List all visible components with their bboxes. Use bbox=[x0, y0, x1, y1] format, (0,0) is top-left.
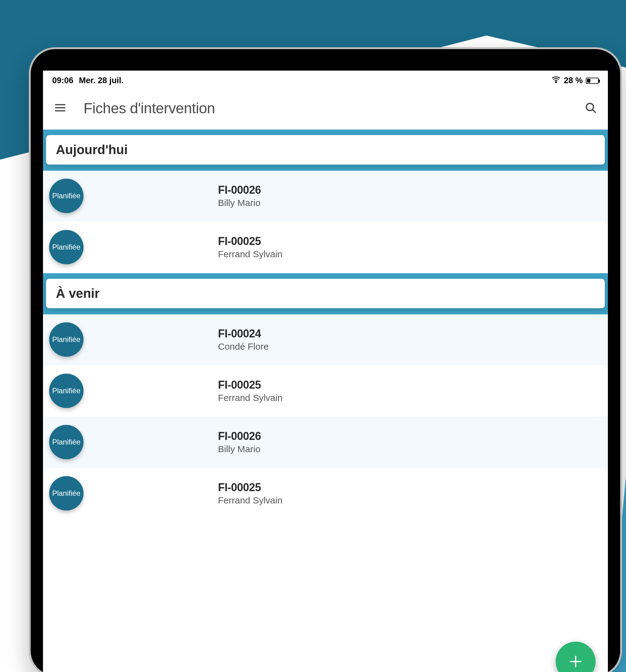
list-item[interactable]: Planifiée FI-00026 Billy Mario bbox=[43, 171, 608, 222]
item-id: FI-00024 bbox=[218, 327, 269, 340]
wifi-icon bbox=[551, 75, 561, 86]
status-time: 09:06 bbox=[52, 76, 73, 85]
list-upcoming: Planifiée FI-00024 Condé Flore Planifiée… bbox=[43, 314, 608, 520]
svg-point-0 bbox=[556, 82, 557, 83]
item-name: Condé Flore bbox=[218, 341, 269, 352]
screen: 09:06 Mer. 28 juil. 28 % bbox=[43, 71, 608, 672]
item-id: FI-00025 bbox=[218, 235, 283, 248]
list-item[interactable]: Planifiée FI-00026 Billy Mario bbox=[43, 417, 608, 468]
status-battery-text: 28 % bbox=[564, 76, 583, 85]
status-badge: Planifiée bbox=[49, 374, 83, 408]
status-bar: 09:06 Mer. 28 juil. 28 % bbox=[43, 71, 608, 91]
list-item[interactable]: Planifiée FI-00025 Ferrand Sylvain bbox=[43, 222, 608, 273]
status-badge: Planifiée bbox=[49, 425, 83, 459]
status-badge: Planifiée bbox=[49, 179, 83, 213]
section-header-upcoming: À venir bbox=[46, 279, 605, 308]
status-date: Mer. 28 juil. bbox=[79, 76, 124, 85]
item-name: Ferrand Sylvain bbox=[218, 393, 283, 403]
section-today: Aujourd'hui bbox=[43, 129, 608, 171]
list-item[interactable]: Planifiée FI-00024 Condé Flore bbox=[43, 314, 608, 366]
search-icon[interactable] bbox=[584, 102, 597, 115]
svg-line-5 bbox=[593, 110, 595, 112]
status-badge: Planifiée bbox=[49, 476, 83, 510]
item-id: FI-00025 bbox=[218, 379, 283, 391]
item-name: Billy Mario bbox=[218, 198, 261, 208]
section-header-today: Aujourd'hui bbox=[46, 135, 605, 165]
battery-icon bbox=[586, 78, 599, 84]
list-today: Planifiée FI-00026 Billy Mario Planifiée… bbox=[43, 171, 608, 273]
tablet-frame: 09:06 Mer. 28 juil. 28 % bbox=[31, 49, 620, 672]
menu-icon[interactable] bbox=[54, 102, 66, 115]
item-id: FI-00025 bbox=[218, 481, 283, 494]
list-item[interactable]: Planifiée FI-00025 Ferrand Sylvain bbox=[43, 366, 608, 417]
item-id: FI-00026 bbox=[218, 430, 261, 443]
status-badge: Planifiée bbox=[49, 230, 83, 264]
add-button[interactable] bbox=[556, 642, 596, 672]
item-name: Billy Mario bbox=[218, 444, 261, 454]
item-name: Ferrand Sylvain bbox=[218, 249, 283, 259]
item-id: FI-00026 bbox=[218, 184, 261, 196]
section-upcoming: À venir bbox=[43, 273, 608, 314]
list-item[interactable]: Planifiée FI-00025 Ferrand Sylvain bbox=[43, 468, 608, 520]
item-name: Ferrand Sylvain bbox=[218, 495, 283, 506]
page-title: Fiches d'intervention bbox=[83, 100, 215, 117]
status-badge: Planifiée bbox=[49, 322, 83, 357]
app-bar: Fiches d'intervention bbox=[43, 91, 608, 129]
